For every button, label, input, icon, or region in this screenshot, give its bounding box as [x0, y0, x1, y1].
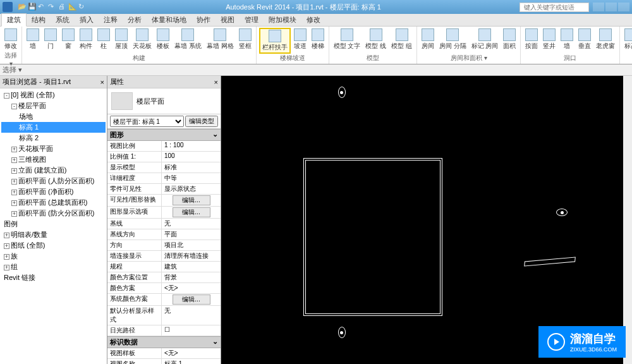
expand-icon[interactable]: +: [11, 147, 17, 152]
prop-category[interactable]: 图形⌄: [107, 129, 221, 141]
expand-icon[interactable]: +: [11, 179, 17, 185]
tree-item-12[interactable]: 图例: [1, 219, 106, 229]
ribbon-tab-7[interactable]: 协作: [191, 14, 216, 26]
elevation-marker-east[interactable]: [556, 209, 568, 216]
ribbon-tab-4[interactable]: 注释: [99, 14, 123, 26]
ribbon-btn-1-5[interactable]: 屋顶: [113, 28, 130, 51]
tree-item-10[interactable]: +面积平面 (总建筑面积): [1, 197, 106, 208]
prop-value[interactable]: 项目北: [162, 240, 221, 250]
tree-item-17[interactable]: Revit 链接: [1, 272, 106, 283]
prop-value[interactable]: 无: [162, 306, 221, 325]
minimize-button[interactable]: [593, 3, 604, 11]
ribbon-tab-1[interactable]: 结构: [27, 14, 51, 26]
ribbon-btn-5-2[interactable]: 墙: [559, 28, 575, 51]
expand-icon[interactable]: +: [11, 200, 17, 206]
ribbon-btn-1-1[interactable]: 门: [42, 28, 59, 51]
app-icon[interactable]: [3, 2, 13, 12]
qat-redo-icon[interactable]: ↷: [48, 3, 57, 11]
ribbon-btn-5-3[interactable]: 垂直: [576, 28, 593, 51]
ribbon-tab-6[interactable]: 体量和场地: [147, 14, 191, 26]
elevation-marker-south[interactable]: [338, 327, 346, 338]
qat-sync-icon[interactable]: ↻: [78, 3, 87, 11]
expand-icon[interactable]: +: [4, 233, 9, 238]
edit-type-button[interactable]: 编辑类型: [185, 116, 218, 127]
ribbon-btn-4-3[interactable]: 面积: [501, 28, 518, 51]
browser-close-icon[interactable]: ×: [100, 78, 104, 86]
prop-category[interactable]: 标识数据⌄: [107, 336, 221, 348]
ribbon-btn-4-0[interactable]: 房间: [420, 28, 436, 51]
canvas-scrollbar[interactable]: [623, 76, 632, 364]
prop-value[interactable]: ☐: [162, 325, 221, 336]
tree-item-5[interactable]: +天花板平面: [1, 143, 106, 154]
ribbon-btn-1-7[interactable]: 楼板: [155, 28, 171, 51]
prop-value[interactable]: <无>: [162, 283, 221, 293]
type-selector[interactable]: 楼层平面: [107, 88, 221, 114]
ribbon-btn-4-2[interactable]: 标记 房间: [470, 28, 501, 51]
prop-value[interactable]: 无: [162, 219, 221, 229]
prop-value[interactable]: 标高 1: [162, 359, 221, 364]
tree-item-3[interactable]: 标高 1: [1, 122, 106, 133]
qat-print-icon[interactable]: 🖨: [58, 3, 67, 11]
ribbon-btn-6-0[interactable]: 标高: [623, 28, 632, 51]
tree-item-8[interactable]: +面积平面 (人防分区面积): [1, 176, 106, 186]
tree-item-7[interactable]: +立面 (建筑立面): [1, 165, 106, 176]
ribbon-btn-1-0[interactable]: 墙: [25, 28, 41, 51]
prop-value[interactable]: 100: [162, 152, 221, 162]
tree-item-13[interactable]: +明细表/数量: [1, 229, 106, 240]
ribbon-tab-0[interactable]: 建筑: [1, 13, 27, 27]
prop-value[interactable]: 编辑...: [162, 195, 221, 206]
ribbon-btn-5-4[interactable]: 老虎窗: [594, 28, 617, 51]
ribbon-tab-9[interactable]: 管理: [240, 14, 264, 26]
ribbon-btn-1-6[interactable]: 天花板: [131, 28, 154, 51]
tree-item-14[interactable]: +图纸 (全部): [1, 240, 106, 251]
ribbon-btn-1-8[interactable]: 幕墙 系统: [173, 28, 204, 51]
elevation-marker-north[interactable]: [338, 87, 346, 98]
expand-icon[interactable]: +: [11, 157, 17, 163]
prop-value[interactable]: 显示原状态: [162, 184, 221, 194]
prop-edit-button[interactable]: 编辑...: [173, 294, 210, 305]
ribbon-btn-2-1[interactable]: 坡道: [292, 28, 308, 54]
props-close-icon[interactable]: ×: [214, 78, 218, 86]
model-element[interactable]: [524, 257, 576, 267]
tree-item-0[interactable]: -[0] 视图 (全部): [1, 90, 106, 100]
ribbon-btn-1-10[interactable]: 竖框: [237, 28, 253, 51]
qat-save-icon[interactable]: 💾: [28, 3, 37, 11]
tree-item-4[interactable]: 标高 2: [1, 133, 106, 143]
prop-value[interactable]: 编辑...: [162, 207, 221, 218]
prop-edit-button[interactable]: 编辑...: [173, 207, 210, 217]
help-search-input[interactable]: [520, 3, 589, 12]
drawing-canvas[interactable]: 溜溜自学 ZIXUE.3D66.COM: [221, 76, 632, 364]
prop-value[interactable]: 中等: [162, 173, 221, 183]
ribbon-tab-5[interactable]: 分析: [123, 14, 147, 26]
expand-icon[interactable]: +: [4, 265, 9, 270]
ribbon-btn-1-4[interactable]: 柱: [95, 28, 112, 51]
prop-value[interactable]: 清理所有墙连接: [162, 251, 221, 261]
prop-value[interactable]: 平面: [162, 229, 221, 240]
ribbon-tab-10[interactable]: 附加模块: [264, 14, 301, 26]
ribbon-btn-2-0[interactable]: 栏杆扶手: [259, 28, 291, 54]
close-button[interactable]: [618, 3, 629, 11]
qat-open-icon[interactable]: 📂: [18, 3, 27, 11]
prop-value[interactable]: 背景: [162, 272, 221, 282]
prop-value[interactable]: <无>: [162, 348, 221, 358]
prop-edit-button[interactable]: 编辑...: [173, 195, 210, 205]
expand-icon[interactable]: +: [11, 211, 17, 217]
instance-selector[interactable]: 楼层平面: 标高 1: [110, 116, 184, 127]
prop-value[interactable]: 建筑: [162, 262, 221, 272]
ribbon-tab-8[interactable]: 视图: [216, 14, 240, 26]
ribbon-btn-5-1[interactable]: 竖井: [541, 28, 557, 51]
ribbon-btn-2-2[interactable]: 楼梯: [310, 28, 326, 54]
tree-item-1[interactable]: -楼层平面: [1, 100, 106, 111]
expand-icon[interactable]: +: [11, 168, 17, 174]
ribbon-btn-3-2[interactable]: 模型 组: [389, 28, 414, 51]
ribbon-btn-1-2[interactable]: 窗: [60, 28, 76, 51]
expand-icon[interactable]: -: [11, 104, 17, 109]
prop-value[interactable]: 编辑...: [162, 294, 221, 305]
ribbon-btn-3-1[interactable]: 模型 线: [363, 28, 388, 51]
expand-icon[interactable]: -: [4, 93, 9, 99]
ribbon-tab-3[interactable]: 插入: [75, 14, 99, 26]
prop-value[interactable]: 标准: [162, 162, 221, 173]
qat-measure-icon[interactable]: 📐: [68, 3, 77, 11]
qat-undo-icon[interactable]: ↶: [38, 3, 47, 11]
tree-item-16[interactable]: +组: [1, 262, 106, 272]
